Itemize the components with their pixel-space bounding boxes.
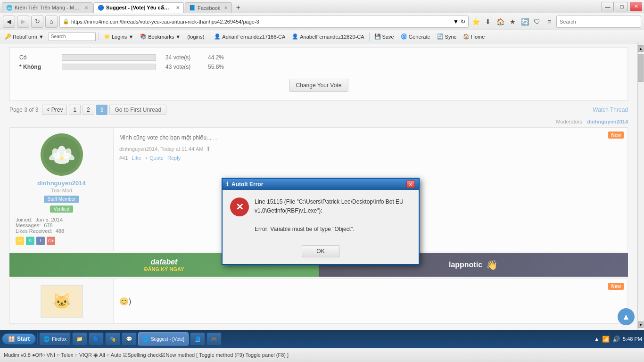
tab-1[interactable]: 🌐 Kiếm Tiền Trên Mạng - Ma... ✕ bbox=[2, 2, 92, 13]
sync-icon[interactable]: 🔄 bbox=[520, 16, 530, 27]
autoit-error-dialog: ℹ AutoIt Error ✕ ✕ Line 15115 (File "C:\… bbox=[222, 178, 420, 265]
first-unread-button[interactable]: Go to First Unread bbox=[109, 105, 166, 115]
system-tray: ▲ 📶 🔊 5:48 PM bbox=[594, 336, 642, 343]
generate-bookmark[interactable]: 🌀 Generate bbox=[399, 33, 432, 41]
search-input[interactable] bbox=[556, 16, 641, 28]
pagination-bar: Page 3 of 3 < Prev 1 2 3 Go to First Unr… bbox=[9, 105, 628, 115]
tab1-label: Kiếm Tiền Trên Mạng - Ma... bbox=[15, 5, 81, 11]
post-username[interactable]: dinhnguyen2014 bbox=[16, 180, 107, 187]
back-button[interactable]: ◀ bbox=[3, 16, 15, 28]
forward-button[interactable]: ▶ bbox=[17, 16, 29, 28]
generate-icon: 🌀 bbox=[401, 33, 407, 40]
taskbar-item-1[interactable]: 🌐 Firefox bbox=[39, 332, 71, 346]
generate-label: Generate bbox=[409, 34, 430, 40]
google-icon[interactable]: G+ bbox=[47, 237, 55, 245]
taskbar-item-5[interactable]: 💬 bbox=[122, 332, 137, 346]
windows-icon: 🪟 bbox=[8, 336, 15, 342]
taskbar-item-6[interactable]: 📘 bbox=[190, 332, 205, 346]
tab2-close[interactable]: ✕ bbox=[176, 5, 180, 10]
taskbar-item-2[interactable]: 📁 bbox=[72, 332, 87, 346]
scroll-down-button[interactable]: ▼ bbox=[638, 321, 644, 328]
bookmark-star-icon[interactable]: ⭐ bbox=[471, 16, 481, 27]
download-icon[interactable]: ⬇ bbox=[483, 16, 493, 27]
tab-3[interactable]: 📘 Facebook ✕ bbox=[185, 2, 232, 13]
scrollbar[interactable]: ▲ ▼ bbox=[637, 43, 644, 330]
page1-button[interactable]: 1 bbox=[69, 105, 81, 115]
logins2-label: (logins) bbox=[187, 34, 204, 40]
like-button[interactable]: Like bbox=[132, 155, 141, 161]
post-timestamp: dinhnguyen2014, Today at 11:44 AM bbox=[119, 146, 203, 152]
moderator-name[interactable]: dinhnguyen2014 bbox=[587, 119, 628, 124]
taskbar-icon-1: 🌐 bbox=[43, 336, 50, 342]
dialog-close-button[interactable]: ✕ bbox=[406, 181, 415, 188]
moderators-bar: Moderators: dinhnguyen2014 bbox=[9, 119, 628, 124]
yahoo-icon[interactable]: Y! bbox=[16, 237, 24, 245]
home-button[interactable]: ⌂ bbox=[45, 16, 58, 28]
refresh-icon[interactable]: ↻ bbox=[461, 18, 465, 25]
shield-icon[interactable]: 🛡 bbox=[532, 16, 542, 27]
khong-label: * Không bbox=[19, 64, 57, 70]
save-bookmark[interactable]: 💾 Save bbox=[372, 33, 396, 41]
user-stats: Joined: Jun 5, 2014 Messages: 678 Likes … bbox=[16, 217, 107, 234]
co-bar bbox=[62, 54, 156, 61]
page-info: Page 3 of 3 bbox=[9, 107, 38, 113]
scrollbar-thumb[interactable] bbox=[638, 54, 644, 82]
tray-show-hidden[interactable]: ▲ bbox=[594, 336, 599, 342]
bookmarks-icon: 📚 bbox=[140, 33, 147, 40]
post-text: Mình cũng vote cho bạn một phiếu... ... bbox=[119, 133, 622, 142]
taskbar-item-3[interactable]: 🔵 bbox=[89, 332, 104, 346]
smiley-content: 😊) bbox=[119, 297, 131, 306]
close-button[interactable]: ✕ bbox=[630, 2, 642, 11]
logins2-bookmark[interactable]: (logins) bbox=[185, 33, 206, 41]
maximize-button[interactable]: □ bbox=[616, 2, 628, 11]
second-post-new-badge: New bbox=[608, 283, 624, 290]
new-tab-button[interactable]: + bbox=[233, 2, 243, 13]
page2-button[interactable]: 2 bbox=[83, 105, 94, 115]
bookmarks-nav-icon[interactable]: ★ bbox=[507, 16, 518, 27]
dialog-ok-button[interactable]: OK bbox=[302, 245, 339, 257]
tab1-close[interactable]: ✕ bbox=[84, 5, 88, 10]
minimize-button[interactable]: — bbox=[602, 2, 614, 11]
prev-page-button[interactable]: < Prev bbox=[42, 105, 67, 115]
network-icon[interactable]: 📶 bbox=[602, 336, 610, 343]
reload-button[interactable]: ↻ bbox=[31, 16, 43, 28]
logins-bookmark[interactable]: ⭐ Logins ▼ bbox=[102, 33, 135, 41]
home-nav-icon[interactable]: 🏠 bbox=[495, 16, 505, 27]
dialog-titlebar: ℹ AutoIt Error ✕ bbox=[223, 179, 419, 190]
sync-bookmark[interactable]: 🔄 Sync bbox=[435, 33, 458, 41]
quote-button[interactable]: + Quote bbox=[145, 155, 164, 161]
taskbar-icon-active: 🌐 bbox=[142, 336, 149, 342]
roboform-bookmark[interactable]: 🔑 RoboForm ▼ bbox=[3, 33, 46, 41]
tab3-favicon: 📘 bbox=[189, 5, 196, 11]
taskbar-item-7[interactable]: 🎮 bbox=[206, 332, 222, 346]
bookmarks-menu-bookmark[interactable]: 📚 Bookmarks ▼ bbox=[138, 33, 182, 41]
scroll-to-top-button[interactable]: ▲ bbox=[618, 308, 635, 325]
tab3-close[interactable]: ✕ bbox=[224, 5, 228, 10]
taskbar-item-4[interactable]: 🎭 bbox=[105, 332, 120, 346]
watch-thread-link[interactable]: Watch Thread bbox=[593, 107, 628, 113]
change-vote-button[interactable]: Change Your Vote bbox=[289, 79, 349, 92]
volume-icon[interactable]: 🔊 bbox=[612, 336, 620, 343]
bookmarks-search-input[interactable] bbox=[49, 33, 96, 41]
upload-icon[interactable]: ⬆ bbox=[206, 146, 211, 152]
skype-icon[interactable]: S bbox=[26, 237, 34, 245]
user2-bookmark[interactable]: 👤 AnabelFernandez12820-CA bbox=[290, 33, 366, 41]
post-number: #41 bbox=[119, 155, 128, 161]
sync-bookmark-icon: 🔄 bbox=[437, 33, 444, 40]
user1-bookmark[interactable]: 👤 AdrianFernandez17166-CA bbox=[212, 33, 287, 41]
reply-button[interactable]: Reply bbox=[167, 155, 181, 161]
tab-2[interactable]: 🔵 Suggest - [Vote] Yêu cầu u... ✕ bbox=[93, 2, 184, 13]
home-bookmark[interactable]: 🏠 Home bbox=[461, 33, 487, 41]
vote-khong-row: * Không 43 vote(s) 55.8% bbox=[19, 64, 618, 70]
svg-point-2 bbox=[48, 151, 60, 162]
khong-votes: 43 vote(s) bbox=[165, 64, 203, 70]
logins-icon: ⭐ bbox=[104, 33, 110, 40]
page3-button[interactable]: 3 bbox=[96, 105, 108, 115]
taskbar-item-active[interactable]: 🌐 Suggest - [Vote] bbox=[138, 332, 189, 346]
facebook-icon[interactable]: f bbox=[36, 237, 45, 245]
dropdown-icon[interactable]: ▼ bbox=[453, 18, 459, 25]
scroll-up-button[interactable]: ▲ bbox=[638, 45, 644, 52]
start-button[interactable]: 🪟 Start bbox=[2, 333, 36, 345]
menu-icon[interactable]: ≡ bbox=[544, 16, 554, 27]
address-input[interactable] bbox=[71, 19, 451, 25]
